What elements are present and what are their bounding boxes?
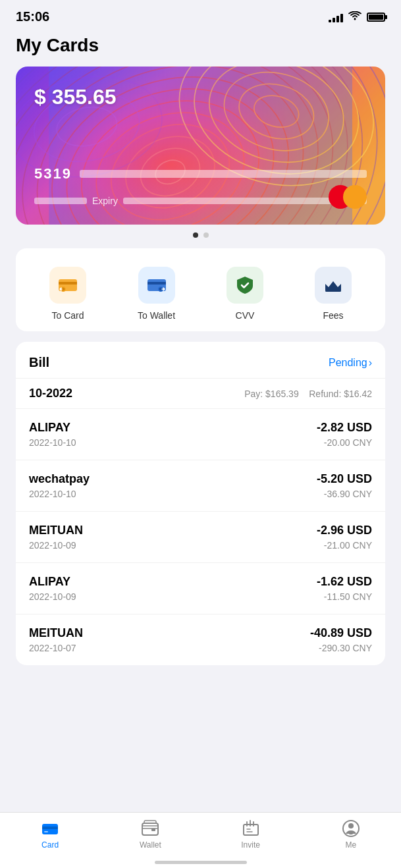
nav-card[interactable]: Card (24, 819, 76, 850)
transaction-right-2: -2.96 USD -21.00 CNY (317, 524, 372, 551)
transaction-cny-3: -11.50 CNY (317, 591, 372, 602)
transaction-cny-2: -21.00 CNY (317, 540, 372, 551)
transaction-right-1: -5.20 USD -36.90 CNY (317, 472, 372, 499)
nav-invite[interactable]: Invite (225, 819, 277, 850)
card-number-hidden (80, 170, 367, 178)
page-title: My Cards (0, 30, 401, 67)
transaction-merchant-2: MEITUAN (29, 524, 83, 537)
transaction-date-1: 2022-10-10 (29, 489, 90, 499)
svg-rect-37 (44, 831, 48, 832)
transaction-row[interactable]: wechatpay 2022-10-10 -5.20 USD -36.90 CN… (16, 460, 385, 511)
dot-2 (203, 232, 209, 238)
svg-rect-39 (142, 826, 158, 828)
card-expiry-label: Expiry (92, 196, 118, 206)
wifi-icon (348, 11, 361, 23)
transaction-usd-4: -40.89 USD (310, 626, 372, 640)
transaction-usd-1: -5.20 USD (317, 472, 372, 486)
to-card-button[interactable]: To Card (39, 261, 97, 326)
mastercard-logo (329, 185, 367, 209)
transaction-cny-0: -20.00 CNY (317, 437, 372, 448)
fees-label: Fees (323, 310, 343, 321)
cvv-label: CVV (236, 310, 255, 321)
mastercard-circles (329, 185, 367, 209)
svg-rect-38 (142, 823, 158, 835)
transaction-merchant-3: ALIPAY (29, 575, 76, 589)
home-indicator (0, 861, 401, 864)
transaction-merchant-1: wechatpay (29, 472, 90, 486)
card-number-row: 5319 (34, 165, 367, 182)
transaction-left-0: ALIPAY 2022-10-10 (29, 421, 76, 448)
nav-wallet-label: Wallet (140, 840, 161, 850)
bill-section: Bill Pending › 10-2022 Pay: $165.39 Refu… (16, 342, 385, 665)
bill-pending-button[interactable]: Pending › (329, 357, 372, 369)
transaction-left-4: MEITUAN 2022-10-07 (29, 626, 83, 653)
credit-card[interactable]: $ 355.65 5319 Expiry (16, 67, 385, 225)
nav-me-label: Me (346, 840, 357, 850)
transaction-usd-2: -2.96 USD (317, 524, 372, 537)
transaction-row[interactable]: ALIPAY 2022-10-10 -2.82 USD -20.00 CNY (16, 408, 385, 460)
transactions-list: ALIPAY 2022-10-10 -2.82 USD -20.00 CNY w… (16, 408, 385, 665)
transaction-row[interactable]: MEITUAN 2022-10-07 -40.89 USD -290.30 CN… (16, 614, 385, 665)
nav-me-icon (342, 819, 360, 838)
bill-period-detail: Pay: $165.39 Refund: $16.42 (244, 389, 372, 399)
bill-period: 10-2022 Pay: $165.39 Refund: $16.42 (16, 378, 385, 408)
transaction-cny-1: -36.90 CNY (317, 489, 372, 499)
action-section: To Card To Wallet (16, 248, 385, 331)
card-expiry-row: Expiry (34, 196, 367, 206)
to-card-label: To Card (51, 310, 84, 321)
transaction-merchant-4: MEITUAN (29, 626, 83, 640)
svg-point-0 (354, 18, 356, 20)
transaction-date-2: 2022-10-09 (29, 540, 83, 551)
transaction-left-2: MEITUAN 2022-10-09 (29, 524, 83, 551)
transaction-date-3: 2022-10-09 (29, 591, 76, 602)
transaction-row[interactable]: ALIPAY 2022-10-09 -1.62 USD -11.50 CNY (16, 562, 385, 614)
fees-button[interactable]: Fees (304, 261, 362, 326)
bottom-nav: Card Wallet Invite (0, 812, 401, 868)
nav-wallet[interactable]: Wallet (124, 819, 176, 850)
nav-me[interactable]: Me (325, 819, 377, 850)
transaction-row[interactable]: MEITUAN 2022-10-09 -2.96 USD -21.00 CNY (16, 511, 385, 562)
nav-card-label: Card (41, 840, 59, 850)
action-buttons: To Card To Wallet (16, 261, 385, 326)
status-time: 15:06 (16, 9, 49, 24)
transaction-date-4: 2022-10-07 (29, 643, 83, 653)
bill-pending-label: Pending (329, 357, 367, 369)
card-dots (16, 232, 385, 238)
nav-invite-label: Invite (241, 840, 260, 850)
card-number-visible: 5319 (34, 165, 72, 182)
transaction-cny-4: -290.30 CNY (310, 643, 372, 653)
nav-card-icon (41, 819, 59, 838)
svg-rect-34 (325, 290, 341, 292)
transaction-date-0: 2022-10-10 (29, 437, 76, 448)
transaction-right-3: -1.62 USD -11.50 CNY (317, 575, 372, 602)
nav-wallet-icon (141, 819, 159, 838)
battery-icon (367, 13, 385, 22)
signal-icon (329, 12, 343, 22)
svg-rect-40 (151, 828, 155, 831)
transaction-left-1: wechatpay 2022-10-10 (29, 472, 90, 499)
mc-circle-orange (343, 185, 367, 209)
dot-1 (193, 232, 198, 238)
status-icons (329, 11, 385, 23)
transaction-usd-3: -1.62 USD (317, 575, 372, 589)
card-carousel: $ 355.65 5319 Expiry (0, 67, 401, 238)
status-bar: 15:06 (0, 0, 401, 30)
transaction-merchant-0: ALIPAY (29, 421, 76, 435)
transaction-right-0: -2.82 USD -20.00 CNY (317, 421, 372, 448)
transaction-usd-0: -2.82 USD (317, 421, 372, 435)
to-card-icon (49, 267, 86, 304)
bill-header: Bill Pending › (16, 342, 385, 378)
svg-point-43 (348, 823, 354, 828)
svg-rect-31 (147, 282, 166, 285)
to-wallet-label: To Wallet (138, 310, 175, 321)
svg-rect-41 (244, 825, 258, 835)
card-balance: $ 355.65 (34, 85, 117, 109)
svg-rect-27 (59, 282, 77, 285)
svg-rect-36 (42, 827, 58, 829)
cvv-button[interactable]: CVV (216, 261, 274, 326)
fees-icon (315, 267, 352, 304)
to-wallet-button[interactable]: To Wallet (127, 261, 186, 326)
transaction-right-4: -40.89 USD -290.30 CNY (310, 626, 372, 653)
cvv-icon (227, 267, 263, 304)
transaction-left-3: ALIPAY 2022-10-09 (29, 575, 76, 602)
